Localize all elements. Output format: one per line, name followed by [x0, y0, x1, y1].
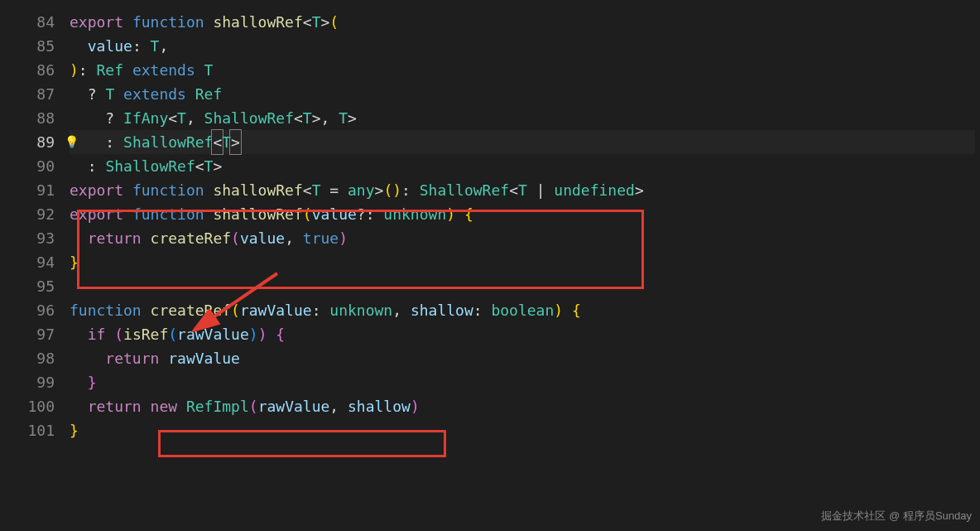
code-line[interactable]: ? IfAny<T, ShallowRef<T>, T>	[70, 106, 975, 130]
line-number: 90	[5, 154, 55, 178]
code-line[interactable]: return new RefImpl(rawValue, shallow)	[70, 394, 975, 418]
line-number: 92	[5, 202, 55, 226]
line-number: 97	[5, 322, 55, 346]
watermark-text: 掘金技术社区 @ 程序员Sunday	[821, 504, 972, 528]
code-line[interactable]: }	[70, 250, 975, 274]
code-line[interactable]	[70, 274, 975, 298]
line-number: 99	[5, 370, 55, 394]
code-line[interactable]: }	[70, 370, 975, 394]
line-number: 98	[5, 346, 55, 370]
line-number: 94	[5, 250, 55, 274]
line-number: 89	[5, 130, 55, 154]
code-line[interactable]: return rawValue	[70, 346, 975, 370]
code-line[interactable]: return createRef(value, true)	[70, 226, 975, 250]
code-line[interactable]: ): Ref extends T	[70, 58, 975, 82]
line-number: 85	[5, 34, 55, 58]
line-number: 91	[5, 178, 55, 202]
code-line[interactable]: value: T,	[70, 34, 975, 58]
line-number: 101	[5, 418, 55, 442]
line-number: 86	[5, 58, 55, 82]
line-number: 95	[5, 274, 55, 298]
line-number: 93	[5, 226, 55, 250]
line-number: 88	[5, 106, 55, 130]
code-line[interactable]: if (isRef(rawValue)) {	[70, 322, 975, 346]
code-line[interactable]: : ShallowRef<T>	[70, 154, 975, 178]
code-editor[interactable]: 84 85 86 87 88 89 90 91 92 93 94 95 96 9…	[5, 5, 975, 519]
line-number: 87	[5, 82, 55, 106]
lightbulb-icon[interactable]: 💡	[65, 130, 79, 154]
code-line[interactable]: export function shallowRef<T>(	[70, 10, 975, 34]
line-number-gutter: 84 85 86 87 88 89 90 91 92 93 94 95 96 9…	[5, 5, 70, 519]
code-line[interactable]: : ShallowRef<T>	[70, 130, 975, 154]
code-line[interactable]: export function shallowRef(value?: unkno…	[70, 202, 975, 226]
line-number: 96	[5, 298, 55, 322]
code-line[interactable]: export function shallowRef<T = any>(): S…	[70, 178, 975, 202]
code-area[interactable]: export function shallowRef<T>( value: T,…	[70, 5, 975, 519]
code-line[interactable]: ? T extends Ref	[70, 82, 975, 106]
line-number: 100	[5, 394, 55, 418]
code-line[interactable]: }	[70, 418, 975, 442]
line-number: 84	[5, 10, 55, 34]
code-line[interactable]: function createRef(rawValue: unknown, sh…	[70, 298, 975, 322]
